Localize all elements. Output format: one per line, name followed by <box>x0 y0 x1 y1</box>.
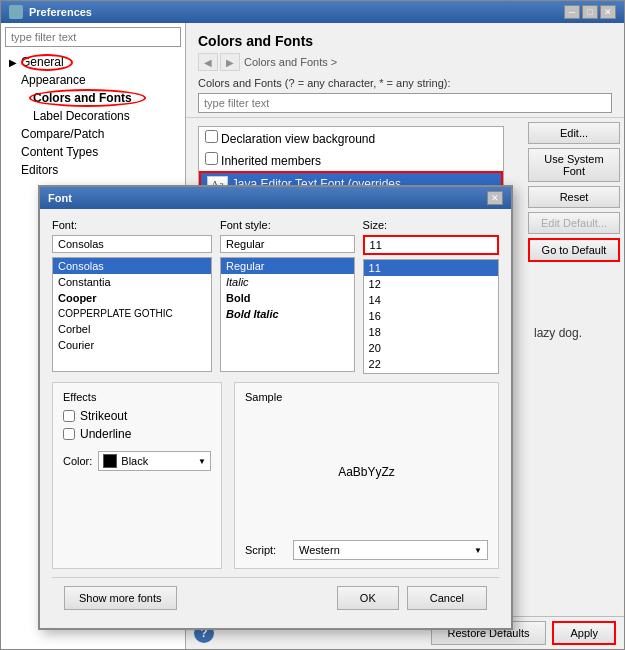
sidebar-item-colors-fonts[interactable]: Colors and Fonts <box>5 89 181 107</box>
reset-button[interactable]: Reset <box>528 186 620 208</box>
style-list[interactable]: Regular Italic Bold Bold Italic <box>220 257 355 372</box>
color-select-dropdown[interactable]: Black ▼ <box>98 451 211 471</box>
nav-forward-button[interactable]: ▶ <box>220 53 240 71</box>
font-column-label: Font: <box>52 219 212 231</box>
font-dialog-cancel-button[interactable]: Cancel <box>407 586 487 610</box>
style-column: Font style: Regular Italic Bold Bold Ita… <box>220 219 355 372</box>
font-dialog-title-bar: Font ✕ <box>40 187 511 209</box>
script-row: Script: Western ▼ <box>245 540 488 560</box>
size-input-wrapper <box>363 235 499 255</box>
sample-text-display: AaBbYyZz <box>245 407 488 536</box>
inherited-checkbox[interactable] <box>205 152 218 165</box>
color-swatch <box>103 454 117 468</box>
title-bar: Preferences ─ □ ✕ <box>1 1 624 23</box>
go-to-default-button[interactable]: Go to Default <box>528 238 620 262</box>
edit-button[interactable]: Edit... <box>528 122 620 144</box>
strikeout-label: Strikeout <box>80 409 127 423</box>
sidebar-item-label-labeldec: Label Decorations <box>33 109 130 123</box>
list-item-label-declaration: Declaration view background <box>221 132 375 146</box>
left-filter-input[interactable] <box>5 27 181 47</box>
show-more-fonts-button[interactable]: Show more fonts <box>64 586 177 610</box>
minimize-button[interactable]: ─ <box>564 5 580 19</box>
maximize-button[interactable]: □ <box>582 5 598 19</box>
right-title: Colors and Fonts <box>198 33 612 49</box>
edit-default-button[interactable]: Edit Default... <box>528 212 620 234</box>
size-item-18[interactable]: 18 <box>364 324 498 340</box>
script-select-wrapper: Western ▼ <box>293 540 488 560</box>
font-list-item-corbel[interactable]: Corbel <box>53 321 211 337</box>
sidebar-item-label-content: Content Types <box>21 145 98 159</box>
list-item-inherited[interactable]: Inherited members <box>199 149 503 171</box>
font-list-item-courier[interactable]: Courier <box>53 337 211 353</box>
size-item-20[interactable]: 20 <box>364 340 498 356</box>
effects-label: Effects <box>63 391 211 403</box>
tree-item-general-wrapper: ▶ General <box>5 53 181 71</box>
font-list-item-cooper[interactable]: Cooper <box>53 290 211 306</box>
font-dialog-close-button[interactable]: ✕ <box>487 191 503 205</box>
sidebar-item-general[interactable]: ▶ General <box>5 53 181 71</box>
font-name-input[interactable] <box>52 235 212 253</box>
window-controls: ─ □ ✕ <box>564 5 616 19</box>
list-item-declaration-bg[interactable]: Declaration view background <box>199 127 503 149</box>
size-item-22[interactable]: 22 <box>364 356 498 372</box>
font-list-item-copperplate[interactable]: COPPERPLATE GOTHIC <box>53 306 211 321</box>
size-list[interactable]: 11 12 14 16 18 20 22 <box>363 259 499 374</box>
script-label: Script: <box>245 544 285 556</box>
font-style-input[interactable] <box>220 235 355 253</box>
title-bar-left: Preferences <box>9 5 92 19</box>
font-dialog-bottom: Show more fonts OK Cancel <box>52 577 499 618</box>
sample-column: Sample AaBbYyZz Script: Western ▼ <box>234 382 499 569</box>
size-item-14[interactable]: 14 <box>364 292 498 308</box>
font-list[interactable]: Consolas Constantia Cooper COPPERPLATE G… <box>52 257 212 372</box>
list-item-label-inherited: Inherited members <box>221 154 321 168</box>
right-subtitle: Colors and Fonts (? = any character, * =… <box>198 77 612 89</box>
underline-label: Underline <box>80 427 131 441</box>
style-list-item-regular[interactable]: Regular <box>221 258 354 274</box>
font-list-item-consolas[interactable]: Consolas <box>53 258 211 274</box>
size-item-12[interactable]: 12 <box>364 276 498 292</box>
font-row1: Font: Consolas Constantia Cooper COPPERP… <box>52 219 499 374</box>
style-list-item-italic[interactable]: Italic <box>221 274 354 290</box>
declaration-bg-checkbox[interactable] <box>205 130 218 143</box>
size-column-label: Size: <box>363 219 499 231</box>
app-icon <box>9 5 23 19</box>
size-item-11[interactable]: 11 <box>364 260 498 276</box>
underline-row: Underline <box>63 427 211 441</box>
style-list-item-bold[interactable]: Bold <box>221 290 354 306</box>
effects-sample-row: Effects Strikeout Underline Color: Black… <box>52 382 499 569</box>
color-dropdown-arrow: ▼ <box>198 457 206 466</box>
strikeout-checkbox[interactable] <box>63 410 75 422</box>
tree-item-caf-wrapper: Colors and Fonts <box>5 89 181 107</box>
font-dialog-title-text: Font <box>48 192 72 204</box>
window-title: Preferences <box>29 6 92 18</box>
style-list-item-bold-italic[interactable]: Bold Italic <box>221 306 354 322</box>
font-dialog-ok-button[interactable]: OK <box>337 586 399 610</box>
use-system-font-button[interactable]: Use System Font <box>528 148 620 182</box>
font-size-input[interactable] <box>365 237 497 253</box>
nav-back-button[interactable]: ◀ <box>198 53 218 71</box>
sidebar-item-appearance[interactable]: Appearance <box>5 71 181 89</box>
sidebar-item-label-caf: Colors and Fonts <box>33 91 132 105</box>
sidebar-item-compare[interactable]: Compare/Patch <box>5 125 181 143</box>
font-dialog-body: Font: Consolas Constantia Cooper COPPERP… <box>40 209 511 628</box>
right-nav: ◀ ▶ Colors and Fonts > <box>198 53 612 71</box>
sidebar-item-editors[interactable]: Editors <box>5 161 181 179</box>
apply-button[interactable]: Apply <box>552 621 616 645</box>
sidebar-item-label-dec[interactable]: Label Decorations <box>5 107 181 125</box>
sample-text: AaBbYyZz <box>338 465 395 479</box>
right-filter-input[interactable] <box>198 93 612 113</box>
color-label: Color: <box>63 455 92 467</box>
font-list-item-constantia[interactable]: Constantia <box>53 274 211 290</box>
sidebar-item-label-appearance: Appearance <box>21 73 86 87</box>
close-button[interactable]: ✕ <box>600 5 616 19</box>
sidebar-item-label-general: General <box>21 55 64 69</box>
sidebar-item-content-types[interactable]: Content Types <box>5 143 181 161</box>
underline-checkbox[interactable] <box>63 428 75 440</box>
script-select[interactable]: Western <box>293 540 488 560</box>
size-column: Size: 11 12 14 16 18 20 22 <box>363 219 499 374</box>
font-column: Font: Consolas Constantia Cooper COPPERP… <box>52 219 212 372</box>
sample-label: Sample <box>245 391 488 403</box>
size-item-16[interactable]: 16 <box>364 308 498 324</box>
right-header: Colors and Fonts ◀ ▶ Colors and Fonts > … <box>186 23 624 118</box>
breadcrumb: Colors and Fonts > <box>244 56 337 68</box>
